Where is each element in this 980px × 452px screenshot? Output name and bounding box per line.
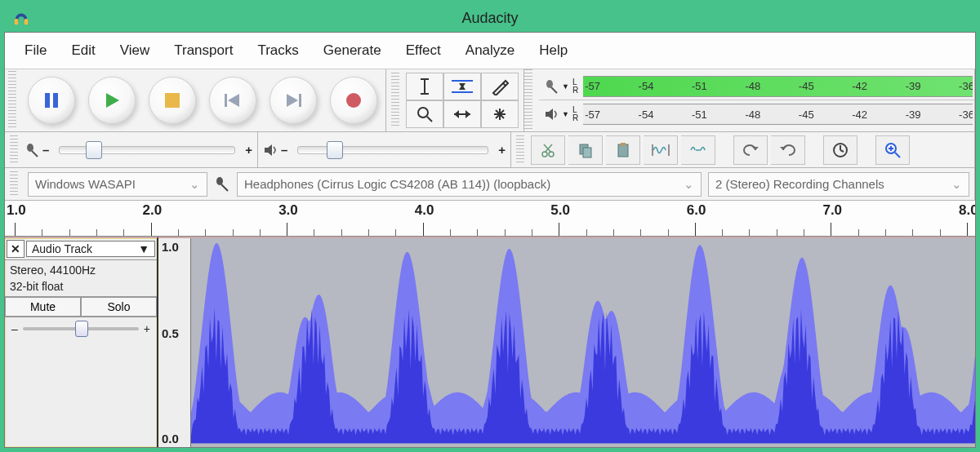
recording-volume-slider[interactable] — [59, 146, 235, 154]
toolbar-grip[interactable] — [516, 135, 524, 164]
menu-transport[interactable]: Transport — [163, 39, 244, 62]
track-format-line1: Stereo, 44100Hz — [10, 262, 152, 278]
envelope-tool[interactable] — [443, 73, 481, 100]
speaker-icon[interactable] — [544, 107, 559, 122]
svg-line-48 — [840, 150, 844, 152]
svg-rect-9 — [299, 94, 301, 107]
draw-tool[interactable] — [481, 73, 519, 100]
svg-rect-40 — [621, 143, 626, 146]
track-menu-button[interactable]: Audio Track ▼ — [26, 241, 155, 257]
menu-effect[interactable]: Effect — [394, 39, 452, 62]
track-control-panel: ✕ Audio Track ▼ Stereo, 44100Hz 32-bit f… — [5, 237, 158, 447]
plus-label: + — [144, 322, 150, 335]
app-icon — [12, 9, 30, 27]
track-gain-slider[interactable] — [23, 327, 139, 330]
skip-start-button[interactable] — [209, 77, 256, 124]
meter-r-label: R — [572, 86, 578, 95]
redo-button[interactable] — [771, 135, 805, 165]
recording-meter[interactable]: -57 -54 -51 -48 -45 -42 -39 -36 — [583, 76, 973, 97]
svg-marker-44 — [752, 147, 759, 150]
paste-button[interactable] — [606, 135, 640, 165]
menu-bar: File Edit View Transport Tracks Generate… — [5, 33, 975, 69]
stop-button[interactable] — [149, 77, 196, 124]
menu-tracks[interactable]: Tracks — [246, 39, 310, 62]
sync-lock-button[interactable] — [823, 135, 858, 165]
meter-r-label: R — [572, 114, 578, 122]
waveform-display[interactable] — [191, 238, 975, 447]
svg-rect-38 — [583, 148, 591, 157]
trim-button[interactable] — [644, 135, 678, 165]
toolbar-grip[interactable] — [10, 135, 18, 164]
mute-button[interactable]: Mute — [5, 297, 81, 317]
svg-line-28 — [551, 87, 557, 93]
timeline-ruler[interactable]: 1.02.03.04.05.06.07.08.0 — [5, 201, 975, 237]
meter-l-label: L — [572, 78, 578, 86]
plus-label: + — [498, 143, 506, 157]
svg-rect-3 — [53, 93, 58, 108]
svg-marker-29 — [546, 109, 553, 120]
svg-marker-4 — [106, 93, 119, 108]
window-title: Audacity — [461, 10, 518, 27]
svg-rect-2 — [45, 93, 50, 108]
svg-marker-45 — [780, 147, 786, 150]
mic-icon — [24, 143, 39, 157]
mic-icon[interactable] — [544, 79, 559, 94]
toolbar-grip[interactable] — [8, 71, 16, 130]
speaker-icon — [263, 143, 278, 157]
pause-button[interactable] — [28, 77, 75, 124]
chevron-down-icon[interactable]: ▼ — [562, 110, 569, 118]
menu-view[interactable]: View — [109, 39, 162, 62]
toolbar-grip[interactable] — [10, 171, 18, 197]
toolbar-grip[interactable] — [524, 69, 532, 131]
svg-rect-1 — [24, 19, 29, 24]
minus-label: – — [281, 143, 287, 157]
skip-end-button[interactable] — [270, 77, 317, 124]
svg-rect-0 — [15, 19, 19, 24]
svg-rect-5 — [165, 93, 180, 108]
menu-generate[interactable]: Generate — [312, 39, 393, 62]
svg-marker-8 — [287, 94, 298, 107]
amplitude-scale: 1.0 0.5 0.0 — [158, 238, 191, 447]
cut-button[interactable] — [531, 135, 565, 165]
playback-meter[interactable]: -57 -54 -51 -48 -45 -42 -39 -36 — [583, 104, 973, 125]
minus-label: – — [42, 143, 49, 157]
svg-line-54 — [221, 184, 228, 191]
chevron-down-icon: ▼ — [138, 242, 149, 255]
track-format-line2: 32-bit float — [10, 278, 152, 295]
selection-tool[interactable] — [406, 73, 443, 100]
recording-channels-dropdown[interactable]: 2 (Stereo) Recording Channels ⌄ — [708, 172, 969, 197]
chevron-down-icon: ⌄ — [684, 177, 694, 192]
menu-help[interactable]: Help — [528, 39, 579, 62]
zoom-in-button[interactable] — [875, 135, 910, 165]
track-close-button[interactable]: ✕ — [7, 240, 24, 258]
mic-icon — [214, 176, 230, 193]
chevron-down-icon: ⌄ — [951, 177, 962, 192]
svg-point-10 — [346, 93, 361, 108]
toolbar-grip[interactable] — [391, 73, 399, 128]
minus-label: – — [11, 322, 18, 335]
recording-device-dropdown[interactable]: Headphones (Cirrus Logic CS4208 (AB 114)… — [237, 172, 702, 197]
menu-analyze[interactable]: Analyze — [454, 39, 526, 62]
window-titlebar: Audacity — [4, 4, 976, 32]
svg-point-18 — [418, 108, 428, 117]
zoom-tool[interactable] — [406, 100, 443, 128]
timeshift-tool[interactable] — [443, 100, 481, 128]
menu-file[interactable]: File — [13, 39, 58, 62]
record-button[interactable] — [330, 77, 377, 124]
undo-button[interactable] — [733, 135, 768, 165]
svg-rect-6 — [225, 94, 227, 107]
solo-button[interactable]: Solo — [81, 297, 157, 317]
chevron-down-icon: ⌄ — [189, 177, 200, 192]
silence-button[interactable] — [681, 135, 715, 165]
svg-marker-22 — [466, 110, 470, 118]
play-button[interactable] — [88, 77, 136, 124]
chevron-down-icon[interactable]: ▼ — [562, 82, 569, 91]
menu-edit[interactable]: Edit — [60, 39, 106, 62]
copy-button[interactable] — [568, 135, 603, 165]
playback-volume-slider[interactable] — [297, 146, 488, 154]
plus-label: + — [245, 143, 252, 157]
audio-host-dropdown[interactable]: Windows WASAPI ⌄ — [28, 172, 207, 197]
svg-marker-32 — [265, 144, 272, 156]
svg-line-19 — [427, 117, 432, 122]
multi-tool[interactable] — [481, 100, 519, 128]
